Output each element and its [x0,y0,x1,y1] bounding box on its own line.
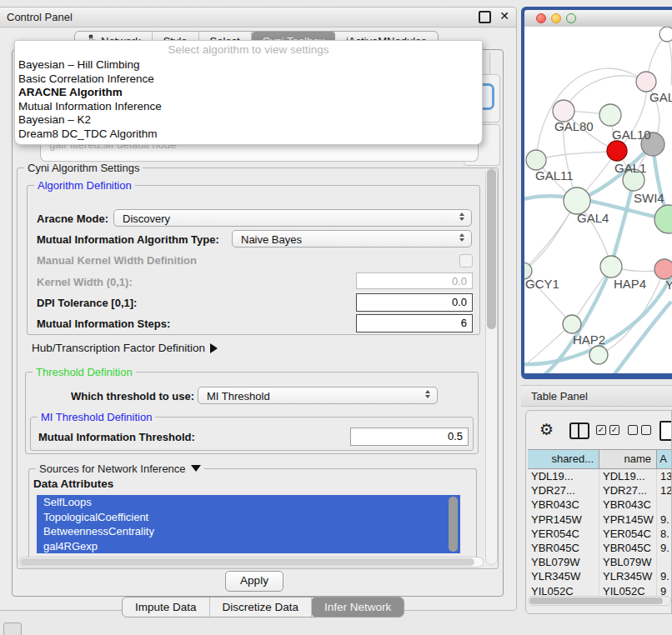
table-row[interactable]: YBR045CYBR045C9. [528,541,672,555]
table-cell [657,555,672,569]
mi-type-value: Naive Bayes [241,233,302,246]
table-row[interactable]: YLR345WYLR345W9. [528,569,672,583]
table-cell: 9. [657,541,672,555]
mi-type-label: Mutual Information Algorithm Type: [37,233,219,246]
document-icon[interactable] [659,421,672,441]
tab-infer-network[interactable]: Infer Network [312,598,404,617]
aracne-mode-label: Aracne Mode: [37,212,108,225]
algorithm-option[interactable]: Basic Correlation Inference [15,72,482,87]
table-panel: ⚙ ✓ ✓ shared...nameA YDL19...YDL19...13Y… [525,410,672,614]
close-icon[interactable]: ✕ [499,9,509,22]
attribute-item[interactable]: TopologicalCoefficient [37,510,460,525]
hub-definition-toggle[interactable]: Hub/Transcription Factor Definition [32,342,218,354]
checked-checkbox-icon[interactable]: ✓ [596,425,606,435]
column-header[interactable]: A [657,450,672,468]
network-node-y[interactable] [654,259,672,279]
hub-definition-label: Hub/Transcription Factor Definition [32,342,205,354]
column-header[interactable]: name [599,450,657,468]
columns-icon[interactable] [569,422,589,439]
unchecked-checkbox-icon[interactable] [628,425,638,435]
algorithm-option[interactable]: Bayesian – Hill Climbing [15,58,482,72]
table-source-combo-clipped[interactable]: galFiltered.sif default node [40,143,479,162]
table-row[interactable]: YER054CYER054C8. [528,527,672,541]
gear-icon[interactable]: ⚙ [539,420,554,439]
sources-group-title[interactable]: Sources for Network Inference [36,462,204,475]
network-node[interactable] [654,205,672,233]
algorithm-option[interactable]: Bayesian – K2 [15,113,482,128]
column-header[interactable]: shared... [528,450,599,468]
table-body: YDL19...YDL19...13YDR27...YDR27...12YBR0… [528,469,672,598]
checked-checkbox-icon[interactable]: ✓ [609,425,619,435]
table-cell: YER054C [599,527,657,541]
attribute-item[interactable]: BetweennessCentrality [37,524,460,539]
table-cell: YLR345W [528,569,599,583]
settings-hscrollbar-thumb[interactable] [20,558,474,566]
network-node-gal1[interactable] [607,141,627,161]
which-threshold-value: MI Threshold [207,390,270,402]
table-row[interactable]: YBR043CYBR043C [528,498,672,512]
network-node-gal11[interactable] [526,150,546,170]
attribute-item[interactable]: gal4RGexp [37,539,460,554]
node-label-hap2: HAP2 [573,332,605,347]
mi-steps-field[interactable]: 6 [356,314,473,332]
table-row[interactable]: YBL079WYBL079W [528,555,672,569]
table-toolbar: ⚙ ✓ ✓ [526,419,671,444]
collapsed-panel-button[interactable] [3,622,22,635]
kernel-width-field[interactable]: 0.0 [356,272,473,289]
network-canvas[interactable]: GALGAL80GAL10GAL1GAL11SWI4GAL4GCY1HAP4YH… [524,27,672,373]
network-window-titlebar [524,10,672,28]
minimize-traffic-light-icon[interactable] [551,13,561,23]
tab-impute-data[interactable]: Impute Data [123,598,210,617]
table-row[interactable]: YDR27...YDR27...12 [528,483,672,498]
table-cell: 12 [657,483,672,498]
apply-button[interactable]: Apply [225,571,283,592]
manual-kernel-label: Manual Kernel Width Definition [37,254,197,267]
settings-vscrollbar-thumb[interactable] [487,169,496,329]
table-panel-titlebar: Table Panel [521,385,672,407]
table-cell: YDL19... [528,469,599,483]
algorithm-option[interactable]: Mutual Information Inference [15,100,482,114]
table-cell: YBL079W [528,555,599,569]
network-node[interactable] [589,346,608,364]
mi-steps-label: Mutual Information Steps: [37,318,170,330]
collapsed-arrow-icon [210,343,218,353]
table-cell: YBL079W [599,555,657,569]
manual-kernel-checkbox[interactable] [459,254,473,268]
mi-threshold-label: Mutual Information Threshold: [38,431,195,443]
aracne-mode-combo[interactable]: Discovery [113,209,472,227]
network-node-hap2[interactable] [563,315,581,333]
dpi-tolerance-field[interactable]: 0.0 [356,293,473,312]
network-node-gal10[interactable] [599,104,621,126]
node-label-hap4: HAP4 [614,277,646,291]
unchecked-checkbox-icon[interactable] [641,425,651,435]
attribute-item[interactable]: SelfLoops [37,495,460,510]
table-cell: YPR145W [599,512,657,527]
float-window-icon[interactable] [479,11,491,23]
algorithm-dropdown-placeholder: Select algorithm to view settings [15,41,482,58]
mi-threshold-field[interactable]: 0.5 [350,428,469,446]
tab-discretize-data[interactable]: Discretize Data [210,598,313,617]
node-label-gal4: GAL4 [577,211,609,225]
close-traffic-light-icon[interactable] [536,13,546,23]
algorithm-definition-title: Algorithm Definition [34,179,135,192]
zoom-traffic-light-icon[interactable] [566,13,576,23]
network-node-hap4[interactable] [600,256,622,278]
table-row[interactable]: YPR145WYPR145W9. [528,512,672,527]
algorithm-option[interactable]: Dream8 DC_TDC Algorithm [15,128,482,142]
table-cell: YBR043C [599,498,657,512]
mi-type-combo[interactable]: Naive Bayes [232,230,472,248]
attributes-scrollbar-thumb[interactable] [449,497,458,552]
table-row[interactable]: YDL19...YDL19...13 [528,469,672,483]
network-edge [536,151,617,160]
algorithm-option[interactable]: ARACNE Algorithm [15,86,482,100]
table-cell: 9. [657,569,672,583]
algorithm-dropdown-popup: Select algorithm to view settings Bayesi… [14,40,483,145]
table-cell: 9. [657,512,672,527]
which-threshold-combo[interactable]: MI Threshold [198,387,438,404]
network-node-gal[interactable] [636,72,656,92]
network-node[interactable] [659,27,672,42]
table-hscrollbar-thumb[interactable] [529,598,663,604]
table-header-row: shared...nameA [528,449,672,469]
table-cell: YDL19... [599,469,657,483]
network-view-window: GALGAL80GAL10GAL1GAL11SWI4GAL4GCY1HAP4YH… [521,7,672,379]
